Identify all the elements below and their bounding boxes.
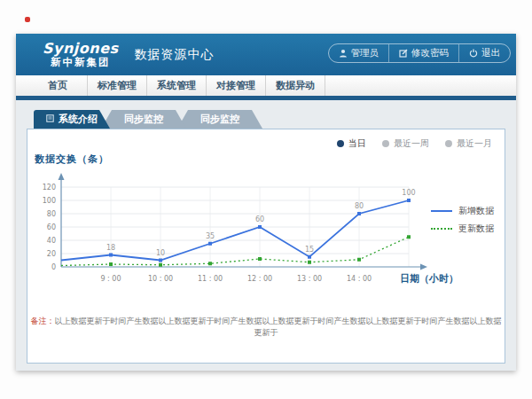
footnote: 备注：以上数据更新于时间产生数据以上数据更新于时间产生数据以上数据更新于时间产生… — [27, 316, 505, 339]
nav-item-standard-mgmt[interactable]: 标准管理 — [88, 75, 147, 96]
logo-wordmark: Synjones — [43, 42, 119, 57]
time-range-filter: 当日 最近一周 最近一月 — [337, 137, 492, 150]
svg-text:14 : 00: 14 : 00 — [347, 275, 372, 283]
content-area: 系统介绍 同步监控 同步监控 当日 最近一周 — [16, 100, 516, 371]
logout-button[interactable]: 退出 — [458, 44, 510, 62]
svg-text:10: 10 — [156, 249, 165, 257]
svg-text:18: 18 — [106, 244, 115, 252]
change-password-label: 修改密码 — [411, 47, 449, 59]
svg-text:15: 15 — [305, 246, 314, 254]
company-logo: Synjones 新中新集团 — [43, 42, 119, 67]
svg-text:80: 80 — [355, 202, 364, 210]
svg-text:120: 120 — [43, 184, 56, 192]
logo-cn-name: 新中新集团 — [43, 57, 119, 67]
tab-sync-monitor-2[interactable]: 同步监控 — [177, 110, 262, 129]
svg-text:13 : 00: 13 : 00 — [297, 275, 322, 283]
radio-last-month-label: 最近一月 — [457, 137, 492, 150]
legend-item-new-data: 新增数据 — [431, 202, 494, 220]
radio-selected-icon — [337, 140, 344, 147]
svg-text:日期（小时）: 日期（小时） — [400, 273, 458, 285]
svg-text:12 : 00: 12 : 00 — [247, 275, 272, 283]
tab-sync-monitor-1-label: 同步监控 — [124, 113, 163, 126]
main-nav: 首页 标准管理 系统管理 对接管理 数据异动 — [16, 75, 516, 96]
legend-new-data-label: 新增数据 — [458, 205, 494, 217]
admin-user-button[interactable]: 管理员 — [329, 44, 389, 62]
radio-last-week-label: 最近一周 — [394, 137, 429, 150]
svg-text:10 : 00: 10 : 00 — [148, 275, 173, 283]
tab-system-intro-label: 系统介绍 — [59, 113, 98, 126]
chart-panel: 当日 最近一周 最近一月 数据交换（条） 0204060801001209 : … — [27, 129, 505, 364]
tab-bar: 系统介绍 同步监控 同步监控 — [34, 110, 262, 129]
app-window: Synjones 新中新集团 数据资源中心 管理员 修改密码 — [16, 34, 516, 371]
red-dot — [25, 17, 30, 22]
svg-text:11 : 00: 11 : 00 — [198, 275, 223, 283]
change-password-button[interactable]: 修改密码 — [388, 44, 458, 62]
screenshot-stage: Synjones 新中新集团 数据资源中心 管理员 修改密码 — [0, 0, 532, 399]
admin-user-label: 管理员 — [351, 47, 379, 59]
user-menu: 管理员 修改密码 退出 — [328, 43, 512, 63]
power-icon — [469, 49, 478, 58]
nav-item-home[interactable]: 首页 — [28, 75, 88, 96]
svg-text:60: 60 — [255, 215, 264, 223]
y-axis-title: 数据交换（条） — [35, 153, 109, 166]
tab-sync-monitor-1[interactable]: 同步监控 — [101, 110, 186, 129]
user-icon — [339, 49, 348, 58]
nav-item-data-change[interactable]: 数据异动 — [266, 75, 325, 96]
footnote-text: 以上数据更新于时间产生数据以上数据更新于时间产生数据以上数据更新于时间产生数据以… — [55, 317, 502, 337]
svg-text:60: 60 — [47, 223, 56, 231]
tab-system-intro[interactable]: 系统介绍 — [34, 110, 110, 129]
nav-item-system-mgmt[interactable]: 系统管理 — [147, 75, 207, 96]
radio-last-week[interactable]: 最近一周 — [382, 137, 429, 150]
solid-line-icon — [431, 210, 452, 212]
tab-sync-monitor-2-label: 同步监控 — [200, 113, 239, 126]
radio-unselected-icon — [382, 140, 389, 147]
legend-updated-data-label: 更新数据 — [458, 223, 494, 235]
app-header: Synjones 新中新集团 数据资源中心 管理员 修改密码 — [16, 34, 516, 75]
svg-text:9 : 00: 9 : 00 — [100, 275, 121, 283]
radio-unselected-icon — [445, 140, 452, 147]
footnote-label: 备注： — [31, 317, 55, 325]
svg-text:80: 80 — [47, 210, 56, 218]
svg-text:35: 35 — [206, 232, 215, 240]
radio-last-month[interactable]: 最近一月 — [445, 137, 492, 150]
radio-today[interactable]: 当日 — [337, 137, 366, 150]
svg-text:0: 0 — [51, 263, 56, 271]
edit-icon — [399, 49, 408, 58]
nav-item-interface-mgmt[interactable]: 对接管理 — [207, 75, 266, 96]
svg-text:20: 20 — [47, 250, 56, 258]
logout-label: 退出 — [481, 47, 500, 59]
legend-item-updated-data: 更新数据 — [431, 220, 494, 238]
radio-today-label: 当日 — [348, 137, 366, 150]
document-icon — [46, 113, 54, 125]
svg-text:100: 100 — [43, 197, 56, 205]
svg-text:100: 100 — [402, 189, 415, 197]
page-title: 数据资源中心 — [135, 47, 215, 63]
dotted-line-icon — [431, 228, 452, 230]
chart-legend: 新增数据 更新数据 — [431, 202, 494, 238]
svg-text:40: 40 — [47, 237, 56, 245]
